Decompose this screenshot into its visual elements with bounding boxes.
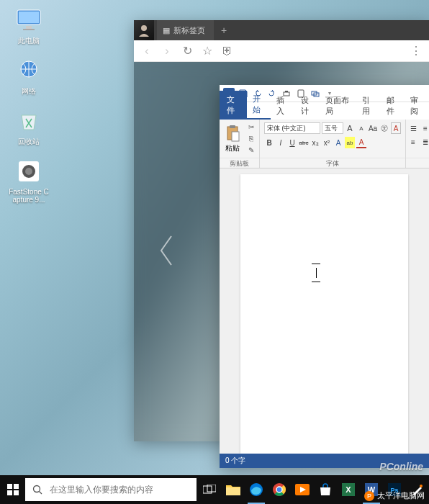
- paragraph-group: ☰ ≡ ≡ ≣: [406, 120, 429, 168]
- taskbar: X W Ps P 太平洋电脑网: [0, 475, 429, 504]
- svg-rect-17: [232, 132, 239, 141]
- svg-point-22: [33, 485, 40, 492]
- paste-label: 粘贴: [225, 143, 240, 153]
- tab-mailings[interactable]: 邮件: [381, 92, 405, 120]
- font-color-button[interactable]: A: [356, 137, 366, 148]
- align-center-icon[interactable]: ≣: [420, 136, 429, 148]
- taskbar-app-chrome[interactable]: [268, 475, 291, 504]
- desktop-icon-label: 网络: [22, 87, 36, 95]
- grid-icon: ▦: [163, 26, 170, 35]
- windows-icon: [7, 484, 19, 495]
- task-view-button[interactable]: [197, 475, 222, 504]
- svg-text:P: P: [367, 492, 371, 500]
- clipboard-group: 粘贴 ✂ ⎘ ✎ 剪贴板: [220, 120, 260, 168]
- font-name-select[interactable]: 宋体 (中文正): [264, 122, 320, 134]
- bullets-icon[interactable]: ☰: [408, 122, 418, 134]
- group-caption: 剪贴板: [220, 158, 259, 168]
- browser-titlebar[interactable]: ▦ 新标签页 +: [134, 20, 429, 40]
- tab-insert[interactable]: 插入: [271, 92, 295, 120]
- svg-rect-26: [226, 487, 240, 495]
- superscript-button[interactable]: x²: [322, 137, 332, 148]
- copy-icon[interactable]: ⎘: [245, 134, 257, 144]
- more-button[interactable]: ⋮: [409, 44, 423, 58]
- numbering-icon[interactable]: ≡: [420, 122, 429, 134]
- search-input[interactable]: [50, 485, 197, 495]
- search-box[interactable]: [25, 478, 197, 501]
- underline-button[interactable]: U: [287, 137, 297, 148]
- tab-design[interactable]: 设计: [295, 92, 320, 120]
- group-caption: [406, 158, 429, 168]
- svg-rect-20: [7, 490, 12, 495]
- paste-button[interactable]: 粘贴: [222, 125, 243, 153]
- forward-button[interactable]: ›: [160, 44, 174, 58]
- desktop: 此电脑 网络 回收站 FastStone Capture 9... ▦ 新标签页…: [0, 0, 429, 504]
- text-cursor: [316, 268, 317, 278]
- tab-review[interactable]: 审阅: [405, 92, 429, 120]
- start-button[interactable]: [0, 475, 25, 504]
- svg-point-31: [276, 487, 282, 492]
- ribbon: 粘贴 ✂ ⎘ ✎ 剪贴板 宋体 (中文正) 五号 A A: [220, 120, 429, 168]
- brand-badge: P 太平洋电脑网: [364, 490, 425, 501]
- taskbar-app-excel[interactable]: X: [337, 475, 360, 504]
- tab-references[interactable]: 引用: [356, 92, 381, 120]
- browser-toolbar: ‹ › ↻ ☆ ⛨ ⋮: [134, 40, 429, 62]
- chevron-left-icon[interactable]: [155, 233, 177, 271]
- highlight-button[interactable]: ab: [345, 137, 355, 148]
- shield-icon[interactable]: ⛨: [220, 44, 235, 58]
- subscript-button[interactable]: x₂: [310, 137, 320, 148]
- font-group: 宋体 (中文正) 五号 A A Aa ㉆ A B I U abc x₂: [260, 120, 406, 168]
- bold-button[interactable]: B: [264, 137, 274, 148]
- back-button[interactable]: ‹: [140, 44, 154, 58]
- brand-label: 太平洋电脑网: [377, 490, 425, 501]
- align-left-icon[interactable]: ≡: [408, 136, 418, 148]
- format-painter-icon[interactable]: ✎: [245, 145, 257, 156]
- svg-line-23: [39, 491, 42, 494]
- tab-file[interactable]: 文件: [220, 91, 247, 120]
- svg-rect-1: [19, 12, 39, 23]
- shrink-font-button[interactable]: A: [356, 122, 366, 134]
- desktop-icon-label: FastStone Capture 9...: [8, 188, 50, 204]
- brand-icon: P: [364, 491, 374, 501]
- document-area[interactable]: [220, 168, 429, 454]
- new-tab-button[interactable]: +: [214, 20, 234, 40]
- char-border-button[interactable]: A: [391, 122, 401, 134]
- favorite-button[interactable]: ☆: [200, 44, 214, 58]
- desktop-icon-label: 回收站: [18, 138, 40, 145]
- tab-title: 新标签页: [173, 25, 205, 36]
- desktop-icon-recycle[interactable]: 回收站: [7, 107, 50, 145]
- strike-button[interactable]: abc: [299, 137, 309, 148]
- watermark: PConline: [379, 461, 423, 472]
- desktop-icon-network[interactable]: 网络: [7, 56, 50, 95]
- desktop-icon-faststone[interactable]: FastStone Capture 9...: [7, 157, 50, 204]
- taskbar-app-explorer[interactable]: [222, 475, 245, 504]
- taskbar-app-edge[interactable]: [245, 475, 268, 504]
- tab-home[interactable]: 开始: [247, 91, 271, 120]
- word-window: W ▾ 文件 开始 插入 设计 页面布局 引用 邮件 审阅 粘贴: [220, 85, 429, 468]
- word-count: 0 个字: [225, 456, 245, 466]
- cut-icon[interactable]: ✂: [245, 122, 257, 132]
- word-ribbon-tabs: 文件 开始 插入 设计 页面布局 引用 邮件 审阅: [220, 102, 429, 120]
- change-case-button[interactable]: Aa: [368, 122, 378, 134]
- reload-button[interactable]: ↻: [180, 44, 194, 58]
- browser-tab[interactable]: ▦ 新标签页: [157, 20, 214, 40]
- taskbar-app-store[interactable]: [314, 475, 337, 504]
- tab-layout[interactable]: 页面布局: [320, 92, 356, 120]
- svg-rect-18: [7, 484, 12, 489]
- page[interactable]: [240, 174, 408, 454]
- network-icon: [14, 56, 43, 85]
- svg-point-8: [141, 25, 147, 31]
- svg-text:X: X: [346, 485, 351, 494]
- taskbar-app-video[interactable]: [291, 475, 314, 504]
- grow-font-button[interactable]: A: [345, 122, 355, 134]
- text-effects-button[interactable]: A: [333, 137, 343, 148]
- italic-button[interactable]: I: [276, 137, 286, 148]
- computer-icon: [14, 6, 43, 35]
- svg-rect-21: [14, 490, 19, 495]
- phonetic-button[interactable]: ㉆: [379, 122, 389, 134]
- recycle-icon: [14, 107, 43, 135]
- app-icon: [14, 157, 43, 186]
- group-caption: 字体: [260, 158, 405, 168]
- desktop-icon-computer[interactable]: 此电脑: [7, 6, 50, 45]
- profile-avatar[interactable]: [134, 20, 154, 40]
- font-size-select[interactable]: 五号: [322, 122, 343, 134]
